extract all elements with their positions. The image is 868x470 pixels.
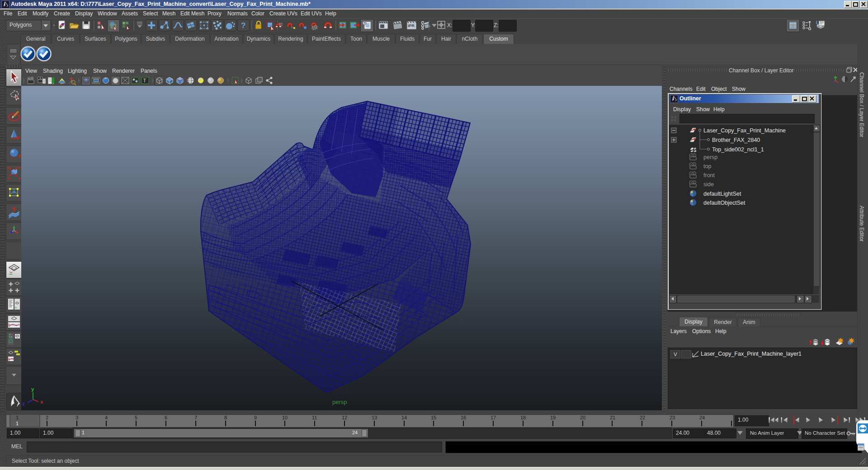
svg-text:defaultObjectSet: defaultObjectSet xyxy=(703,200,745,206)
svg-text:Laser_Copy_Fax_Print_Machine: Laser_Copy_Fax_Print_Machine xyxy=(703,127,786,134)
svg-text:12: 12 xyxy=(342,415,347,420)
svg-text:persp: persp xyxy=(703,154,717,160)
svg-text:10: 10 xyxy=(282,415,288,420)
svg-text:13: 13 xyxy=(372,415,377,420)
svg-text:4: 4 xyxy=(105,415,108,420)
svg-text:front: front xyxy=(703,172,715,179)
svg-text:z: z xyxy=(22,401,25,407)
svg-text:IPR: IPR xyxy=(408,24,415,28)
svg-text:side: side xyxy=(703,181,714,188)
svg-text:21: 21 xyxy=(610,415,615,420)
svg-text:3: 3 xyxy=(75,415,78,420)
svg-text:persp: persp xyxy=(332,399,347,405)
svg-text:17: 17 xyxy=(491,415,496,420)
svg-text:Top_side002_ncl1_1: Top_side002_ncl1_1 xyxy=(712,146,764,153)
svg-text:20: 20 xyxy=(580,415,585,420)
svg-text:8: 8 xyxy=(224,415,227,420)
svg-text:15: 15 xyxy=(431,415,436,420)
svg-text:14: 14 xyxy=(401,415,407,420)
svg-text:?: ? xyxy=(241,21,245,30)
svg-text:24: 24 xyxy=(699,415,705,420)
svg-text:Brother_FAX_2840: Brother_FAX_2840 xyxy=(712,137,760,143)
svg-text:23: 23 xyxy=(670,415,675,420)
svg-text:y: y xyxy=(31,387,34,392)
svg-text:top: top xyxy=(703,163,711,169)
svg-text:T: T xyxy=(143,78,146,83)
svg-text:9: 9 xyxy=(254,415,257,420)
svg-text:22: 22 xyxy=(640,415,645,420)
svg-text:6: 6 xyxy=(165,415,167,420)
svg-text:x: x xyxy=(40,400,43,405)
svg-text:5: 5 xyxy=(135,415,137,420)
svg-text:1: 1 xyxy=(16,421,19,426)
svg-text:16: 16 xyxy=(461,415,466,420)
svg-text:7: 7 xyxy=(194,415,197,420)
svg-text:1: 1 xyxy=(16,415,19,420)
svg-text:11: 11 xyxy=(312,415,317,420)
svg-text:defaultLightSet: defaultLightSet xyxy=(703,191,741,197)
svg-text:18: 18 xyxy=(520,415,526,420)
svg-text:19: 19 xyxy=(550,415,556,420)
svg-text:2: 2 xyxy=(46,415,48,420)
